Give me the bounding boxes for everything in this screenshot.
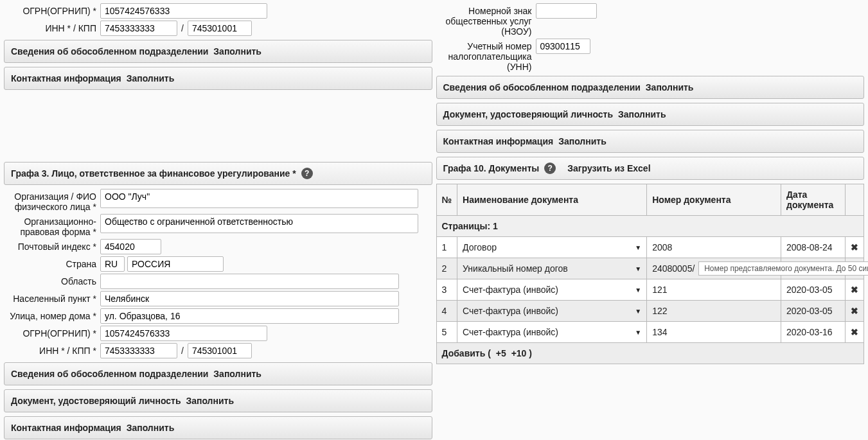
country-code-input[interactable] [100,256,125,272]
pages-row: Страницы: 1 [436,216,864,237]
cell-docnum[interactable]: 2008 [647,237,781,258]
panel-title: Контактная информация [11,73,121,84]
doc-name-value: Договор [463,242,497,252]
cell-name[interactable]: Счет-фактура (инвойс) ▼ [457,322,647,343]
fill-link[interactable]: Заполнить [558,136,607,146]
doc-name-value: Счет-фактура (инвойс) [463,327,558,337]
panel-subdivision-3[interactable]: Сведения об обособленном подразделении З… [4,362,432,385]
inn3-input[interactable] [100,343,177,358]
ogrn-label: ОГРН(ОГРНИП) * [4,3,100,16]
cell-date[interactable]: 2020-03-05 [781,279,846,301]
add-label[interactable]: Добавить [442,348,486,358]
city-label: Населенный пункт * [4,291,100,304]
panel-subdivision[interactable]: Сведения об обособленном подразделении З… [4,40,432,63]
slash-divider: / [177,343,188,358]
panel-contact[interactable]: Контактная информация Заполнить [4,67,432,90]
add-plus5[interactable]: +5 [496,348,506,358]
fill-link[interactable]: Заполнить [618,109,666,119]
help-icon[interactable]: ? [301,168,313,179]
delete-row-icon[interactable]: ✖ [846,237,864,258]
table-row[interactable]: 2 Уникальный номер догов ▼ 24080005/ Ном… [436,258,864,279]
load-from-excel-link[interactable]: Загрузить из Excel [567,163,650,173]
panel-identity-3[interactable]: Документ, удостоверяющий личность Заполн… [4,389,432,412]
cell-docnum[interactable]: 121 [647,279,781,301]
chevron-down-icon[interactable]: ▼ [635,329,641,336]
cell-num: 4 [436,301,457,322]
chevron-down-icon[interactable]: ▼ [635,286,641,294]
doc-num-value: 24080005/ [652,263,695,274]
panel-title: Контактная информация [443,136,554,146]
cell-date[interactable]: 2020-03-16 [781,322,846,343]
ogrn-input[interactable] [100,3,267,19]
cell-name[interactable]: Уникальный номер догов ▼ [457,258,647,279]
fill-link[interactable]: Заполнить [213,369,261,379]
delete-row-icon[interactable]: ✖ [846,301,864,322]
panel-title: Документ, удостоверяющий личность [443,109,614,119]
documents-table: № Наименование документа Номер документа… [436,184,865,364]
fill-link[interactable]: Заполнить [646,82,694,92]
cell-date[interactable]: 2020-03-05 [781,301,846,322]
postcode-input[interactable] [100,239,161,254]
delete-row-icon[interactable]: ✖ [846,279,864,301]
cell-name[interactable]: Счет-фактура (инвойс) ▼ [457,301,647,322]
legal-form-input[interactable]: Общество с ограниченной ответственностью [100,214,418,233]
chevron-down-icon[interactable]: ▼ [635,308,641,315]
help-icon[interactable]: ? [544,163,556,174]
country-label: Страна [4,256,100,269]
doc-name-value: Счет-фактура (инвойс) [463,306,558,316]
cell-docnum[interactable]: 24080005/ Номер представляемого документ… [647,258,781,279]
section3-header: Графа 3. Лицо, ответственное за финансов… [4,162,432,185]
slash-divider: / [177,21,188,36]
cell-num: 3 [436,279,457,301]
fill-link[interactable]: Заполнить [127,423,175,433]
fill-link[interactable]: Заполнить [213,46,261,57]
kpp3-input[interactable] [188,343,252,358]
city-input[interactable] [100,291,399,306]
nzou-label: Номерной знак общественных услуг (НЗОУ) [436,3,536,37]
paren-close: ) [529,348,532,358]
org-input[interactable]: ООО "Луч" [100,189,418,208]
delete-row-icon[interactable]: ✖ [846,322,864,343]
region-label: Область [4,274,100,286]
cell-docnum[interactable]: 122 [647,301,781,322]
table-row[interactable]: 5 Счет-фактура (инвойс) ▼ 134 2020-03-16… [436,322,864,343]
inn-input[interactable] [100,21,177,36]
add-plus10[interactable]: +10 [511,348,527,358]
chevron-down-icon[interactable]: ▼ [635,265,641,272]
unn-label: Учетный номер налогоплательщика (УНН) [436,39,536,72]
postcode-label: Почтовый индекс * [4,239,100,252]
table-row[interactable]: 4 Счет-фактура (инвойс) ▼ 122 2020-03-05… [436,301,864,322]
th-name: Наименование документа [457,184,647,216]
cell-docnum[interactable]: 134 [647,322,781,343]
doc-name-value: Уникальный номер догов [463,263,568,274]
panel-contact-3[interactable]: Контактная информация Заполнить [4,416,432,439]
fill-link[interactable]: Заполнить [127,73,175,84]
chevron-down-icon[interactable]: ▼ [635,244,641,251]
panel-title: Сведения об обособленном подразделении [11,369,208,379]
unn-input[interactable] [536,39,590,54]
paren-open: ( [488,348,493,358]
th-num: № [436,184,457,216]
table-row[interactable]: 3 Счет-фактура (инвойс) ▼ 121 2020-03-05… [436,279,864,301]
country-name-input[interactable] [127,256,224,272]
section3-title: Графа 3. Лицо, ответственное за финансов… [11,168,296,179]
form-label: Организационно-правовая форма * [4,214,100,237]
street-input[interactable] [100,308,399,324]
section10-header: Графа 10. Документы ? Загрузить из Excel [436,157,865,180]
cell-name[interactable]: Договор ▼ [457,237,647,258]
panel-title: Сведения об обособленном подразделении [11,46,208,57]
panel-subdivision-r[interactable]: Сведения об обособленном подразделении З… [436,76,865,99]
inn3-label: ИНН * / КПП * [4,343,100,356]
ogrn3-input[interactable] [100,326,267,341]
add-row: Добавить ( +5 +10 ) [436,343,864,364]
table-row[interactable]: 1 Договор ▼ 2008 2008-08-24 ✖ [436,237,864,258]
panel-identity-r[interactable]: Документ, удостоверяющий личность Заполн… [436,103,865,126]
nzou-input[interactable] [536,3,597,19]
section10-title: Графа 10. Документы [443,163,540,173]
cell-name[interactable]: Счет-фактура (инвойс) ▼ [457,279,647,301]
region-input[interactable] [100,274,399,289]
cell-date[interactable]: 2008-08-24 [781,237,846,258]
panel-contact-r[interactable]: Контактная информация Заполнить [436,130,865,153]
kpp-input[interactable] [188,21,252,36]
fill-link[interactable]: Заполнить [186,396,234,406]
